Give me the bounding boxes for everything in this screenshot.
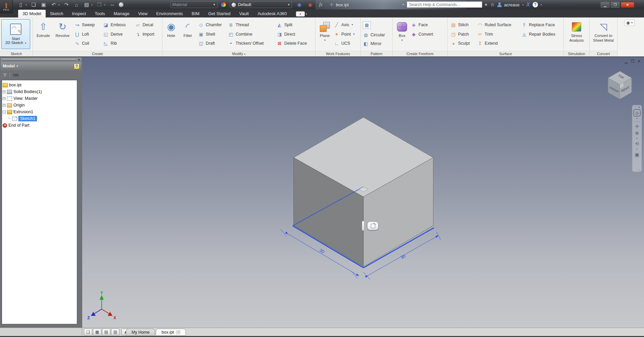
freeform-box-button[interactable]: Box: [393, 18, 411, 50]
tab-view[interactable]: View: [134, 10, 152, 17]
tree-item-extrusion1[interactable]: − Extrusion1: [3, 109, 76, 115]
expand-plus-icon[interactable]: +: [3, 97, 6, 100]
home-icon[interactable]: [73, 2, 80, 8]
edit-sketch-button[interactable]: [367, 221, 379, 230]
browser-grip-bar[interactable]: ✕: [1, 58, 82, 61]
adjust-appearance-icon[interactable]: [296, 2, 303, 8]
derive-button[interactable]: Derive: [103, 31, 135, 37]
group-label-create-freeform[interactable]: Create Freeform: [393, 51, 447, 56]
new-file-icon[interactable]: [17, 2, 24, 8]
mirror-button[interactable]: Mirror: [363, 41, 392, 47]
rectangular-pattern-button[interactable]: [363, 22, 392, 29]
combine-button[interactable]: Combine: [228, 31, 277, 37]
direct-button[interactable]: Direct: [277, 31, 313, 37]
replace-face-button[interactable]: Replace Face: [521, 22, 563, 28]
split-button[interactable]: Split: [277, 22, 313, 28]
open-file-icon[interactable]: [30, 2, 37, 8]
tree-item-part-root[interactable]: box.ipt: [3, 82, 76, 88]
revolve-button[interactable]: Revolve: [53, 18, 72, 50]
import-button[interactable]: Import: [135, 31, 161, 37]
shell-button[interactable]: Shell: [198, 31, 228, 37]
group-label-sketch[interactable]: Sketch: [0, 51, 33, 56]
repair-bodies-button[interactable]: Repair Bodies: [521, 31, 563, 37]
model-viewport[interactable]: 30 30 Y X Z TOP FRONT: [82, 57, 644, 328]
group-label-convert[interactable]: Convert: [590, 51, 617, 56]
tree-item-sketch1[interactable]: └ Sketch1: [3, 115, 76, 122]
freeform-face-button[interactable]: Face: [411, 22, 444, 28]
search-input[interactable]: [407, 1, 482, 8]
appearance-dropdown[interactable]: Default: [230, 1, 292, 8]
tab-environments[interactable]: Environments: [152, 10, 187, 17]
tab-autodesk-a360[interactable]: Autodesk A360: [253, 10, 291, 17]
tab-manage[interactable]: Manage: [109, 10, 134, 17]
patch-button[interactable]: Patch: [450, 31, 477, 37]
tab-sketch[interactable]: Sketch: [46, 10, 68, 17]
browser-header[interactable]: Model ?: [1, 62, 82, 71]
stress-analysis-button[interactable]: Stress Analysis: [565, 18, 588, 50]
close-button[interactable]: [621, 2, 634, 8]
app-logo-button[interactable]: I PRO: [0, 0, 13, 13]
tile-windows-icon[interactable]: [93, 329, 101, 335]
look-at-icon[interactable]: [635, 151, 639, 158]
group-label-surface[interactable]: Surface: [448, 51, 563, 56]
chamfer-button[interactable]: Chamfer: [198, 22, 228, 28]
media-dropdown-icon[interactable]: [306, 12, 307, 15]
draft-button[interactable]: Draft: [198, 40, 228, 46]
favorites-star-icon[interactable]: [490, 2, 494, 8]
wheel-dropdown-icon[interactable]: [636, 117, 638, 120]
help-dropdown-icon[interactable]: [541, 3, 542, 6]
point-button[interactable]: Point: [334, 31, 360, 37]
color-wheel-icon[interactable]: [220, 2, 226, 7]
emboss-button[interactable]: Emboss: [103, 22, 135, 28]
group-label-work-features[interactable]: Work Features: [315, 51, 360, 56]
orbit-icon[interactable]: [635, 140, 639, 147]
update-icon[interactable]: [96, 2, 103, 8]
navigation-wheel-icon[interactable]: [633, 109, 641, 117]
expand-plus-icon[interactable]: +: [3, 90, 6, 93]
render-dropdown-icon[interactable]: [91, 3, 93, 6]
material-dropdown[interactable]: Material: [170, 1, 217, 8]
save-icon[interactable]: [40, 2, 47, 8]
browser-close-icon[interactable]: ✕: [78, 58, 82, 61]
axis-button[interactable]: Axis: [334, 22, 360, 28]
group-label-modify[interactable]: Modify: [162, 51, 315, 56]
start-2d-sketch-button[interactable]: Start 2D Sketch: [1, 19, 30, 49]
coil-button[interactable]: Coil: [74, 40, 103, 46]
group-label-create[interactable]: Create: [33, 51, 162, 56]
loft-button[interactable]: Loft: [74, 31, 103, 37]
tab-3d-model[interactable]: 3D Model: [18, 10, 46, 17]
sphere-icon[interactable]: [119, 2, 123, 7]
username-label[interactable]: acrease: [504, 2, 519, 7]
view-cube[interactable]: TOP FRONT RIGHT: [603, 69, 637, 104]
filter-icon[interactable]: [3, 73, 6, 77]
tab-close-icon[interactable]: ✕: [176, 330, 180, 334]
search-binoculars-icon[interactable]: [13, 74, 18, 76]
new-file-dropdown-icon[interactable]: [26, 3, 27, 6]
cascade-windows-icon[interactable]: [84, 329, 92, 335]
expand-plus-icon[interactable]: +: [3, 104, 6, 107]
pan-icon[interactable]: [635, 123, 639, 130]
tab-box-ipt[interactable]: box.ipt ✕: [156, 329, 186, 336]
ruled-surface-button[interactable]: Ruled Surface: [477, 22, 521, 28]
redo-icon[interactable]: [63, 2, 70, 8]
stitch-button[interactable]: Stitch: [450, 22, 477, 28]
user-avatar-icon[interactable]: [497, 2, 501, 7]
update-dropdown-icon[interactable]: [104, 3, 105, 6]
tree-item-solid-bodies[interactable]: + Solid Bodies(1): [3, 88, 76, 95]
browser-help-icon[interactable]: ?: [74, 64, 80, 69]
doc-restore-icon[interactable]: [631, 59, 634, 64]
tab-vault[interactable]: Vault: [235, 10, 253, 17]
decal-button[interactable]: Decal: [135, 22, 161, 28]
zoom-icon[interactable]: [635, 130, 639, 136]
undo-icon[interactable]: [50, 2, 57, 8]
search-expand-icon[interactable]: [403, 2, 404, 6]
help-button[interactable]: ?: [533, 2, 538, 7]
collapse-minus-icon[interactable]: −: [3, 111, 6, 114]
mini-toolbar-handle[interactable]: [362, 221, 364, 231]
extend-button[interactable]: Extend: [477, 40, 521, 46]
minimize-button[interactable]: [601, 2, 609, 8]
exchange-apps-button[interactable]: X: [526, 2, 530, 8]
tree-item-origin[interactable]: + Origin: [3, 102, 76, 109]
orbit-dropdown-icon[interactable]: [636, 148, 638, 151]
tab-my-home[interactable]: My Home: [126, 329, 155, 336]
